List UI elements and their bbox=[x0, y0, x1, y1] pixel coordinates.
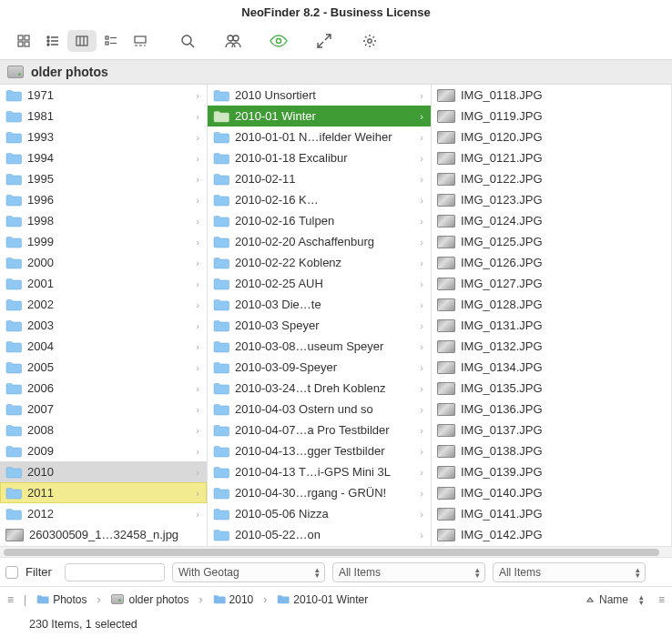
list-item[interactable]: 2012› bbox=[0, 503, 207, 524]
list-item[interactable]: 2010-05-22…on› bbox=[208, 524, 431, 545]
list-item[interactable]: 1998› bbox=[0, 210, 207, 231]
list-item[interactable]: IMG_0121.JPG bbox=[432, 147, 671, 168]
list-item[interactable]: IMG_0132.JPG bbox=[432, 336, 671, 357]
list-item[interactable]: 2010-01-18 Excalibur› bbox=[208, 147, 431, 168]
list-item[interactable]: IMG_0138.JPG bbox=[432, 440, 671, 461]
list-item[interactable]: 1971› bbox=[0, 85, 207, 106]
list-item[interactable]: IMG_0134.JPG bbox=[432, 357, 671, 378]
list-item[interactable]: 2010-01 Winter› bbox=[208, 106, 431, 126]
list-item[interactable]: IMG_0119.JPG bbox=[432, 106, 671, 126]
list-item[interactable]: 2006› bbox=[0, 378, 207, 399]
view-columns-button[interactable] bbox=[67, 30, 97, 52]
list-item[interactable]: 2000› bbox=[0, 252, 207, 273]
breadcrumb-segment[interactable]: older photos bbox=[107, 592, 193, 608]
list-item[interactable]: IMG_0120.JPG bbox=[432, 126, 671, 147]
list-item[interactable]: IMG_0125.JPG bbox=[432, 231, 671, 252]
filter-geotag-select[interactable]: With Geotag ▴▾ bbox=[172, 562, 325, 582]
list-item[interactable]: 2010-04-13 T…i-GPS Mini 3L› bbox=[208, 461, 431, 482]
filter-search-input[interactable] bbox=[65, 563, 165, 581]
sort-field-select[interactable]: Name ▴▾ bbox=[599, 593, 644, 606]
list-item[interactable]: 2010-04-03 Ostern und so› bbox=[208, 399, 431, 420]
list-item[interactable]: IMG_0126.JPG bbox=[432, 252, 671, 273]
list-item[interactable]: 260300509_1…32458_n.jpg bbox=[0, 524, 207, 545]
list-item[interactable]: 2010-03-24…t Dreh Koblenz› bbox=[208, 378, 431, 399]
list-item[interactable]: 2010-03 Die…te› bbox=[208, 294, 431, 315]
quicklook-button[interactable] bbox=[266, 30, 291, 52]
list-item[interactable]: IMG_0141.JPG bbox=[432, 503, 671, 524]
list-item[interactable]: IMG_0139.JPG bbox=[432, 461, 671, 482]
search-button[interactable] bbox=[175, 30, 200, 52]
path-menu-icon-right[interactable]: ≡ bbox=[658, 593, 665, 606]
chevron-right-icon: › bbox=[418, 195, 425, 206]
list-item[interactable]: IMG_0135.JPG bbox=[432, 378, 671, 399]
list-item[interactable]: 1994› bbox=[0, 147, 207, 168]
list-item[interactable]: 2010-01-01 N…ifelder Weiher› bbox=[208, 126, 431, 147]
list-item[interactable]: 2010 Unsortiert› bbox=[208, 85, 431, 106]
breadcrumb-segment[interactable]: 2010-01 Winter bbox=[273, 592, 372, 608]
item-label: IMG_0120.JPG bbox=[461, 130, 666, 144]
list-item[interactable]: 2010-02-20 Aschaffenburg› bbox=[208, 231, 431, 252]
list-item[interactable]: 1993› bbox=[0, 126, 207, 147]
list-item[interactable]: 2001› bbox=[0, 273, 207, 294]
list-item[interactable]: 2008› bbox=[0, 420, 207, 440]
list-item[interactable]: 2010-04-13…gger Testbilder› bbox=[208, 440, 431, 461]
view-gallery-button[interactable] bbox=[126, 30, 155, 52]
list-item[interactable]: 2010-02-22 Koblenz› bbox=[208, 252, 431, 273]
list-item[interactable]: 2010-03-08…useum Speyer› bbox=[208, 336, 431, 357]
filter-items-select-1[interactable]: All Items ▴▾ bbox=[332, 562, 485, 582]
list-item[interactable]: 2007› bbox=[0, 399, 207, 420]
list-item[interactable]: 2005› bbox=[0, 357, 207, 378]
list-item[interactable]: 1996› bbox=[0, 189, 207, 210]
list-item[interactable]: 2011› bbox=[0, 482, 207, 503]
list-item[interactable]: 2010-02-16 Tulpen› bbox=[208, 210, 431, 231]
filter-items-select-2[interactable]: All Items ▴▾ bbox=[493, 562, 646, 582]
list-item[interactable]: 1999› bbox=[0, 231, 207, 252]
scrollbar-thumb[interactable] bbox=[4, 549, 659, 556]
expand-button[interactable] bbox=[311, 30, 337, 52]
column-1[interactable]: 1971›1981›1993›1994›1995›1996›1998›1999›… bbox=[0, 85, 208, 546]
list-item[interactable]: 2010-02-16 K…› bbox=[208, 189, 431, 210]
people-button[interactable] bbox=[220, 30, 246, 52]
list-item[interactable]: 1995› bbox=[0, 168, 207, 189]
list-item[interactable]: IMG_0122.JPG bbox=[432, 168, 671, 189]
list-item[interactable]: 2010-02-25 AUH› bbox=[208, 273, 431, 294]
chevron-right-icon: › bbox=[194, 362, 201, 373]
filter-checkbox[interactable] bbox=[5, 566, 18, 579]
view-icons-button[interactable] bbox=[9, 30, 38, 52]
list-item[interactable]: 2004› bbox=[0, 336, 207, 357]
list-item[interactable]: IMG_0142.JPG bbox=[432, 524, 671, 545]
list-item[interactable]: IMG_0131.JPG bbox=[432, 315, 671, 336]
image-thumbnail-icon bbox=[437, 319, 455, 332]
list-item[interactable]: IMG_0128.JPG bbox=[432, 294, 671, 315]
settings-button[interactable] bbox=[357, 30, 382, 52]
list-item[interactable]: 2010-03 Speyer› bbox=[208, 315, 431, 336]
list-item[interactable]: 2010-05-06 Nizza› bbox=[208, 503, 431, 524]
list-item[interactable]: IMG_0124.JPG bbox=[432, 210, 671, 231]
list-item[interactable]: 2010-04-30…rgang - GRÜN!› bbox=[208, 482, 431, 503]
chevron-right-icon: › bbox=[418, 132, 425, 143]
list-item[interactable]: 2010› bbox=[0, 461, 207, 482]
list-item[interactable]: IMG_0137.JPG bbox=[432, 420, 671, 440]
breadcrumb-segment[interactable]: Photos bbox=[33, 592, 90, 608]
path-menu-icon[interactable]: ≡ bbox=[7, 593, 17, 606]
list-item[interactable]: 2003› bbox=[0, 315, 207, 336]
list-item[interactable]: 2010-03-09-Speyer› bbox=[208, 357, 431, 378]
column-3[interactable]: IMG_0118.JPGIMG_0119.JPGIMG_0120.JPGIMG_… bbox=[432, 85, 672, 546]
list-item[interactable]: 2009› bbox=[0, 440, 207, 461]
list-item[interactable]: 2010-04-07…a Pro Testbilder› bbox=[208, 420, 431, 440]
list-item[interactable]: IMG_0140.JPG bbox=[432, 482, 671, 503]
view-list-button[interactable] bbox=[38, 30, 67, 52]
list-item[interactable]: IMG_0118.JPG bbox=[432, 85, 671, 106]
folder-icon bbox=[5, 89, 22, 102]
list-item[interactable]: IMG_0123.JPG bbox=[432, 189, 671, 210]
list-item[interactable]: 1981› bbox=[0, 106, 207, 126]
sort-direction-button[interactable] bbox=[585, 594, 596, 605]
breadcrumb-segment[interactable]: 2010 bbox=[209, 592, 258, 608]
list-item[interactable]: IMG_0127.JPG bbox=[432, 273, 671, 294]
column-2[interactable]: 2010 Unsortiert›2010-01 Winter›2010-01-0… bbox=[208, 85, 432, 546]
list-item[interactable]: 2010-02-11› bbox=[208, 168, 431, 189]
horizontal-scrollbar[interactable] bbox=[0, 546, 672, 557]
view-detail-button[interactable] bbox=[97, 30, 126, 52]
list-item[interactable]: IMG_0136.JPG bbox=[432, 399, 671, 420]
list-item[interactable]: 2002› bbox=[0, 294, 207, 315]
